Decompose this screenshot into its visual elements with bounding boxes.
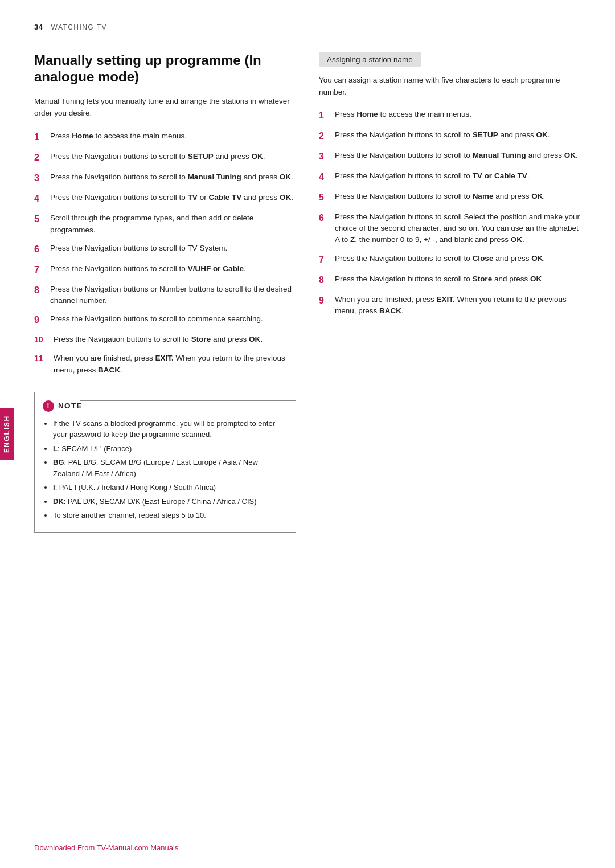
right-step-8-text: Press the Navigation buttons to scroll t… (335, 273, 542, 285)
right-step-6-number: 6 (319, 211, 335, 225)
left-step-1-number: 1 (34, 130, 50, 144)
right-step-4-text: Press the Navigation buttons to scroll t… (335, 170, 529, 182)
right-step-9: 9 When you are finished, press EXIT. Whe… (319, 294, 581, 317)
left-step-4-number: 4 (34, 192, 50, 206)
note-list: If the TV scans a blocked programme, you… (53, 418, 285, 521)
left-step-7-text: Press the Navigation buttons to scroll t… (50, 263, 246, 275)
note-L-bold: L (53, 444, 58, 453)
left-step-11-text: When you are finished, press EXIT. When … (54, 353, 296, 376)
assigning-header: Assigning a station name (319, 52, 421, 67)
right-step-7-text: Press the Navigation buttons to scroll t… (335, 253, 545, 264)
note-item-BG: BG: PAL B/G, SECAM B/G (Europe / East Eu… (53, 457, 285, 479)
right-step-5: 5 Press the Navigation buttons to scroll… (319, 191, 581, 204)
note-item-I: I: PAL I (U.K. / Ireland / Hong Kong / S… (53, 482, 285, 493)
left-step-10-number: 10 (34, 334, 54, 346)
left-step-10-text: Press the Navigation buttons to scroll t… (54, 334, 263, 345)
right-column: Assigning a station name You can assign … (319, 52, 581, 533)
two-column-layout: Manually setting up programme (In analog… (34, 52, 581, 533)
note-divider-line (80, 400, 296, 401)
note-BG-text: : PAL B/G, SECAM B/G (Europe / East Euro… (53, 458, 258, 478)
right-step-8: 8 Press the Navigation buttons to scroll… (319, 273, 581, 287)
left-step-9-number: 9 (34, 313, 50, 327)
left-step-8-text: Press the Navigation buttons or Number b… (50, 284, 296, 307)
footer-link[interactable]: Downloaded From TV-Manual.com Manuals (34, 844, 178, 852)
left-step-8-number: 8 (34, 284, 50, 297)
left-step-4: 4 Press the Navigation buttons to scroll… (34, 192, 296, 206)
right-step-5-number: 5 (319, 191, 335, 204)
right-step-1-number: 1 (319, 109, 335, 122)
left-step-7: 7 Press the Navigation buttons to scroll… (34, 263, 296, 277)
right-step-1: 1 Press Home to access the main menus. (319, 109, 581, 122)
note-I-text: : PAL I (U.K. / Ireland / Hong Kong / So… (55, 483, 216, 492)
right-step-7: 7 Press the Navigation buttons to scroll… (319, 253, 581, 267)
right-step-4-number: 4 (319, 170, 335, 184)
right-step-2-text: Press the Navigation buttons to scroll t… (335, 129, 550, 141)
note-icon: ! (43, 400, 54, 412)
right-step-5-text: Press the Navigation buttons to scroll t… (335, 191, 545, 202)
page-header-text: WATCHING TV (51, 23, 107, 31)
left-step-3: 3 Press the Navigation buttons to scroll… (34, 171, 296, 185)
left-step-3-number: 3 (34, 171, 50, 185)
left-steps-list: 1 Press Home to access the main menus. 2… (34, 130, 296, 376)
note-title: ! NOTE (43, 400, 285, 412)
right-step-9-number: 9 (319, 294, 335, 308)
left-step-11: 11 When you are finished, press EXIT. Wh… (34, 353, 296, 376)
right-step-2: 2 Press the Navigation buttons to scroll… (319, 129, 581, 143)
note-DK-text: : PAL D/K, SECAM D/K (East Europe / Chin… (64, 497, 257, 506)
left-step-11-number: 11 (34, 353, 54, 365)
left-step-6-number: 6 (34, 243, 50, 256)
right-steps-list: 1 Press Home to access the main menus. 2… (319, 109, 581, 317)
english-tab: ENGLISH (0, 408, 14, 460)
left-step-8: 8 Press the Navigation buttons or Number… (34, 284, 296, 307)
section-title: Manually setting up programme (In analog… (34, 52, 296, 85)
right-step-2-number: 2 (319, 129, 335, 143)
note-item-L: L: SECAM L/L' (France) (53, 443, 285, 455)
left-step-2: 2 Press the Navigation buttons to scroll… (34, 151, 296, 165)
left-step-9-text: Press the Navigation buttons to scroll t… (50, 313, 263, 325)
intro-text: Manual Tuning lets you manually tune and… (34, 96, 296, 120)
left-step-6: 6 Press the Navigation buttons to scroll… (34, 243, 296, 256)
left-step-3-text: Press the Navigation buttons to scroll t… (50, 171, 293, 183)
page: ENGLISH 34 WATCHING TV Manually setting … (0, 0, 615, 868)
right-step-6-text: Press the Navigation buttons to scroll S… (335, 211, 581, 246)
left-step-5: 5 Scroll through the programme types, an… (34, 212, 296, 236)
note-box: ! NOTE If the TV scans a blocked program… (34, 392, 296, 533)
note-BG-bold: BG (53, 458, 64, 466)
left-step-6-text: Press the Navigation buttons to scroll t… (50, 243, 227, 254)
left-step-5-number: 5 (34, 212, 50, 226)
right-step-7-number: 7 (319, 253, 335, 267)
left-step-7-number: 7 (34, 263, 50, 277)
left-step-1-text: Press Home to access the main menus. (50, 130, 187, 142)
note-title-text: NOTE (58, 400, 83, 412)
right-step-9-text: When you are finished, press EXIT. When … (335, 294, 581, 317)
page-number: 34 (34, 23, 43, 31)
left-step-10: 10 Press the Navigation buttons to scrol… (34, 334, 296, 346)
left-column: Manually setting up programme (In analog… (34, 52, 296, 533)
note-item-repeat: To store another channel, repeat steps 5… (53, 510, 285, 521)
left-step-2-number: 2 (34, 151, 50, 165)
right-step-3-text: Press the Navigation buttons to scroll t… (335, 150, 578, 161)
note-item-1: If the TV scans a blocked programme, you… (53, 418, 285, 440)
right-step-8-number: 8 (319, 273, 335, 287)
left-step-2-text: Press the Navigation buttons to scroll t… (50, 151, 265, 162)
right-step-1-text: Press Home to access the main menus. (335, 109, 472, 120)
right-step-3-number: 3 (319, 150, 335, 163)
note-DK-bold: DK (53, 497, 64, 506)
left-step-4-text: Press the Navigation buttons to scroll t… (50, 192, 293, 203)
left-step-9: 9 Press the Navigation buttons to scroll… (34, 313, 296, 327)
note-L-text: : SECAM L/L' (France) (58, 444, 132, 453)
note-item-DK: DK: PAL D/K, SECAM D/K (East Europe / Ch… (53, 496, 285, 507)
assigning-intro: You can assign a station name with five … (319, 75, 581, 99)
right-step-6: 6 Press the Navigation buttons to scroll… (319, 211, 581, 246)
right-step-3: 3 Press the Navigation buttons to scroll… (319, 150, 581, 163)
left-step-5-text: Scroll through the programme types, and … (50, 212, 296, 236)
right-step-4: 4 Press the Navigation buttons to scroll… (319, 170, 581, 184)
page-header: 34 WATCHING TV (34, 23, 581, 35)
left-step-1: 1 Press Home to access the main menus. (34, 130, 296, 144)
